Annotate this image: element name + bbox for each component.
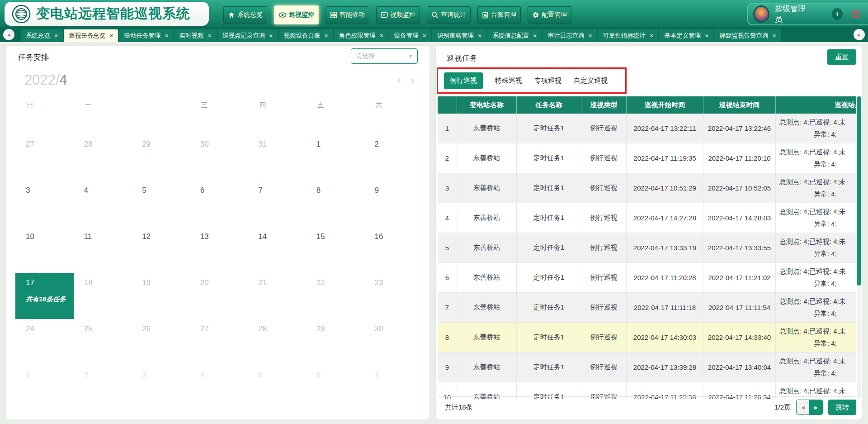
- calendar-day[interactable]: 6: [306, 365, 364, 411]
- calendar-day[interactable]: 5: [132, 181, 190, 227]
- calendar-day[interactable]: 12: [132, 227, 190, 273]
- calendar-day[interactable]: 16: [364, 227, 422, 273]
- calendar-day[interactable]: 8: [306, 181, 364, 227]
- tab-scroll-right-icon[interactable]: ►: [854, 29, 865, 40]
- filter-tab[interactable]: 自定义巡视: [574, 76, 608, 85]
- tab[interactable]: 静默监视告警查询 ×: [714, 29, 781, 42]
- close-icon[interactable]: ×: [165, 33, 168, 39]
- tab[interactable]: 视频设备台账 ×: [278, 29, 333, 42]
- table-row[interactable]: 9 东善桥站 定时任务1 例行巡视 2022-04-17 13:39:28 20…: [438, 353, 856, 382]
- calendar-day[interactable]: 27: [190, 319, 248, 365]
- nav-system-overview[interactable]: 系统总览: [223, 6, 267, 24]
- calendar-day[interactable]: 1: [15, 365, 74, 411]
- filter-tab[interactable]: 特殊巡视: [495, 76, 522, 85]
- calendar-day[interactable]: 27: [15, 134, 74, 181]
- tab-scroll-left-icon[interactable]: ◄: [3, 29, 14, 40]
- filter-tab[interactable]: 例行巡视: [444, 72, 483, 89]
- calendar-day[interactable]: 7: [364, 365, 422, 411]
- calendar-day[interactable]: 1: [306, 134, 364, 181]
- filter-tab[interactable]: 专项巡视: [534, 76, 561, 85]
- calendar-day[interactable]: 29: [132, 134, 190, 181]
- close-icon[interactable]: ×: [478, 33, 481, 39]
- calendar-day[interactable]: 21: [248, 273, 306, 319]
- power-icon[interactable]: [851, 9, 862, 19]
- station-select[interactable]: 请选择 ▼: [351, 48, 418, 64]
- nav-ledger-mgmt[interactable]: 台账管理: [477, 6, 521, 24]
- nav-smart-linkage[interactable]: 智能联动: [326, 6, 369, 24]
- reset-button[interactable]: 重置: [827, 49, 856, 65]
- table-row[interactable]: 5 东善桥站 定时任务1 例行巡视 2022-04-17 13:33:19 20…: [438, 233, 856, 263]
- calendar-day[interactable]: 15: [306, 227, 364, 273]
- next-page-icon[interactable]: ▶: [810, 400, 822, 414]
- calendar-day[interactable]: 6: [190, 181, 248, 227]
- tab[interactable]: 系统总览 ×: [21, 29, 63, 42]
- tab[interactable]: 实时视频 ×: [175, 29, 217, 42]
- calendar-day[interactable]: 31: [248, 134, 306, 181]
- table-scrollbar-thumb[interactable]: [857, 96, 861, 286]
- calendar-day[interactable]: 18: [74, 273, 132, 319]
- prev-page-icon[interactable]: ◀: [797, 400, 810, 414]
- tab[interactable]: 系统信息配置 ×: [487, 29, 542, 42]
- tab[interactable]: 基本定义管理 ×: [659, 29, 713, 42]
- calendar-day[interactable]: 19: [132, 273, 190, 319]
- calendar-day[interactable]: 2: [364, 134, 422, 181]
- calendar-day[interactable]: 5: [248, 365, 306, 411]
- info-icon[interactable]: i: [832, 8, 843, 20]
- calendar-day[interactable]: 28: [248, 319, 306, 365]
- calendar-day[interactable]: 30: [190, 134, 248, 181]
- calendar-day[interactable]: 3: [15, 181, 74, 227]
- close-icon[interactable]: ×: [588, 33, 592, 39]
- tab[interactable]: 联动任务管理 ×: [119, 29, 173, 42]
- close-icon[interactable]: ×: [423, 33, 426, 39]
- close-icon[interactable]: ×: [208, 33, 212, 39]
- calendar-day[interactable]: 23: [364, 273, 422, 319]
- calendar-day[interactable]: 9: [364, 181, 422, 227]
- calendar-day[interactable]: 4: [74, 181, 132, 227]
- tab[interactable]: 识别策略管理 ×: [432, 29, 486, 42]
- table-row[interactable]: 3 东善桥站 定时任务1 例行巡视 2022-04-17 10:51:29 20…: [438, 173, 856, 203]
- tab[interactable]: 可靠性指标统计 ×: [598, 29, 659, 42]
- calendar-day[interactable]: 13: [190, 227, 248, 273]
- calendar-day[interactable]: 17 共有18条任务: [15, 273, 74, 319]
- jump-button[interactable]: 跳转: [828, 400, 856, 415]
- close-icon[interactable]: ×: [705, 33, 708, 39]
- close-icon[interactable]: ×: [380, 33, 383, 39]
- table-row[interactable]: 8 东善桥站 定时任务1 例行巡视 2022-04-17 14:30:03 20…: [438, 323, 856, 353]
- close-icon[interactable]: ×: [54, 33, 58, 39]
- table-row[interactable]: 4 东善桥站 定时任务1 例行巡视 2022-04-17 14:27:28 20…: [438, 203, 856, 233]
- table-row[interactable]: 2 东善桥站 定时任务1 例行巡视 2022-04-17 11:19:35 20…: [438, 143, 856, 173]
- calendar-day[interactable]: 11: [74, 227, 132, 273]
- calendar-day[interactable]: 24: [15, 319, 74, 365]
- tab[interactable]: 审计日志查询 ×: [542, 29, 597, 42]
- calendar-day[interactable]: 25: [74, 319, 132, 365]
- tab[interactable]: 设备管理 ×: [389, 29, 431, 42]
- prev-month-icon[interactable]: ‹: [397, 74, 401, 86]
- close-icon[interactable]: ×: [324, 33, 328, 39]
- close-icon[interactable]: ×: [533, 33, 537, 39]
- next-month-icon[interactable]: ›: [410, 74, 414, 86]
- nav-query-stats[interactable]: 查询统计: [427, 6, 471, 24]
- close-icon[interactable]: ×: [269, 33, 273, 39]
- calendar-day[interactable]: 14: [248, 227, 306, 273]
- calendar-day[interactable]: 4: [190, 365, 248, 411]
- close-icon[interactable]: ×: [109, 33, 113, 39]
- nav-video-monitor[interactable]: 视频监控: [376, 6, 420, 24]
- close-icon[interactable]: ×: [772, 33, 776, 39]
- calendar-day[interactable]: 28: [74, 134, 132, 181]
- nav-config-mgmt[interactable]: 配置管理: [528, 6, 571, 24]
- close-icon[interactable]: ×: [650, 33, 653, 39]
- tab[interactable]: 角色权限管理 ×: [334, 29, 388, 42]
- calendar-day[interactable]: 7: [248, 181, 306, 227]
- nav-inspection-monitor[interactable]: 巡视监控: [274, 5, 319, 24]
- calendar-day[interactable]: 22: [306, 273, 364, 319]
- table-row[interactable]: 7 东善桥站 定时任务1 例行巡视 2022-04-17 11:11:18 20…: [438, 293, 856, 323]
- calendar-day[interactable]: 30: [364, 319, 422, 365]
- tab[interactable]: 巡视点记录查询 ×: [217, 29, 278, 42]
- calendar-day[interactable]: 26: [132, 319, 190, 365]
- calendar-day[interactable]: 29: [306, 319, 364, 365]
- calendar-day[interactable]: 10: [15, 227, 74, 273]
- table-row[interactable]: 6 东善桥站 定时任务1 例行巡视 2022-04-17 11:20:28 20…: [438, 263, 856, 293]
- calendar-day[interactable]: 3: [132, 365, 190, 411]
- tab[interactable]: 巡视任务总览 ×: [64, 29, 118, 42]
- calendar-day[interactable]: 2: [74, 365, 132, 411]
